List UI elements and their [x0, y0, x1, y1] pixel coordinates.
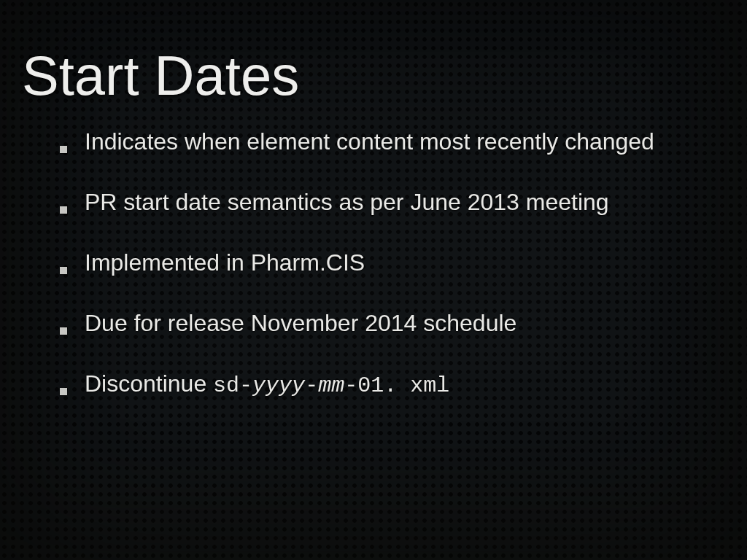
bullet-text: Indicates when element content most rece… — [85, 128, 654, 155]
code-filename: sd-yyyy-mm-01. xml — [213, 373, 449, 398]
list-item: Indicates when element content most rece… — [60, 128, 711, 156]
code-month-placeholder: mm — [318, 373, 344, 398]
code-suffix: -01. xml — [344, 373, 449, 398]
list-item: Discontinue sd-yyyy-mm-01. xml — [60, 370, 711, 400]
bullet-text: Due for release November 2014 schedule — [85, 310, 516, 336]
list-item: PR start date semantics as per June 2013… — [60, 188, 711, 217]
code-sep: - — [305, 373, 318, 398]
list-item: Implemented in Pharm.CIS — [60, 249, 711, 277]
slide-title: Start Dates — [22, 44, 725, 107]
code-year-placeholder: yyyy — [252, 373, 305, 398]
slide-container: Start Dates Indicates when element conte… — [0, 0, 747, 560]
bullet-text: Implemented in Pharm.CIS — [85, 249, 365, 276]
code-prefix: sd- — [213, 373, 252, 398]
bullet-list: Indicates when element content most rece… — [22, 128, 725, 400]
bullet-text: Discontinue — [85, 370, 213, 397]
bullet-text: PR start date semantics as per June 2013… — [85, 189, 609, 215]
list-item: Due for release November 2014 schedule — [60, 309, 711, 338]
